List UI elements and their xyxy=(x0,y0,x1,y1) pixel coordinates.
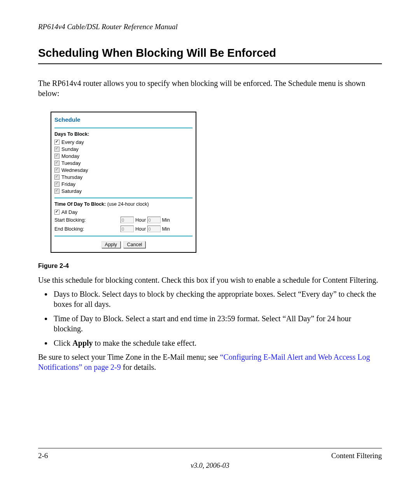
day-row-wednesday[interactable]: ✓ Wednesday xyxy=(54,166,192,173)
chapter-name: Content Filtering xyxy=(331,452,382,460)
checkbox-wednesday[interactable]: ✓ xyxy=(54,168,60,173)
day-row-saturday[interactable]: ✓ Saturday xyxy=(54,187,192,194)
title-rule xyxy=(38,63,382,64)
hour-unit: Hour xyxy=(135,217,146,223)
schedule-panel-title: Schedule xyxy=(54,115,192,127)
page-number: 2-6 xyxy=(38,452,48,460)
day-label: Sunday xyxy=(61,146,79,152)
page-footer: 2-6 Content Filtering v3.0, 2006-03 xyxy=(38,448,382,470)
apply-button[interactable]: Apply xyxy=(102,241,121,248)
checkbox-monday[interactable]: ✓ xyxy=(54,154,60,159)
intro-paragraph: The RP614v4 router allows you to specify… xyxy=(38,78,382,98)
day-label: Tuesday xyxy=(61,160,80,166)
day-label: Saturday xyxy=(61,188,82,194)
checkbox-tuesday[interactable]: ✓ xyxy=(54,161,60,166)
checkbox-thursday[interactable]: ✓ xyxy=(54,175,60,180)
end-blocking-label: End Blocking: xyxy=(54,226,121,232)
day-row-everyday[interactable]: ✓ Every day xyxy=(54,138,192,145)
description-tail: Be sure to select your Time Zone in the … xyxy=(38,352,382,372)
checkbox-sunday[interactable]: ✓ xyxy=(54,147,60,152)
divider xyxy=(54,198,192,198)
doc-version: v3.0, 2006-03 xyxy=(38,462,382,470)
min-unit: Min xyxy=(162,226,170,232)
checkbox-friday[interactable]: ✓ xyxy=(54,182,60,187)
time-of-day-heading: Time Of Day To Block: (use 24-hour clock… xyxy=(54,201,192,208)
bullet-time-of-day: Time of Day to Block. Select a start and… xyxy=(52,313,382,334)
day-label: Friday xyxy=(61,181,75,187)
day-row-sunday[interactable]: ✓ Sunday xyxy=(54,145,192,152)
end-min-input[interactable]: 0 xyxy=(147,226,161,232)
description-lead: Use this schedule for blocking content. … xyxy=(38,275,382,285)
day-row-friday[interactable]: ✓ Friday xyxy=(54,180,192,187)
figure-caption: Figure 2-4 xyxy=(38,262,382,270)
bullet-apply: Click Apply to make the schedule take ef… xyxy=(52,338,382,348)
start-blocking-label: Start Blocking: xyxy=(54,217,121,223)
description-bullets: Days to Block. Select days to block by c… xyxy=(38,289,382,348)
day-row-thursday[interactable]: ✓ Thursday xyxy=(54,173,192,180)
footer-rule xyxy=(38,448,382,448)
days-to-block-heading: Days To Block: xyxy=(54,131,192,138)
day-row-monday[interactable]: ✓ Monday xyxy=(54,152,192,159)
running-header: RP614v4 Cable/DSL Router Reference Manua… xyxy=(38,23,382,31)
day-label: Wednesday xyxy=(61,167,88,173)
end-blocking-row: End Blocking: 0 Hour 0 Min xyxy=(54,224,192,233)
checkbox-saturday[interactable]: ✓ xyxy=(54,189,60,194)
checkbox-everyday[interactable]: ✓ xyxy=(54,140,60,145)
bullet-days-to-block: Days to Block. Select days to block by c… xyxy=(52,289,382,310)
start-blocking-row: Start Blocking: 0 Hour 0 Min xyxy=(54,215,192,224)
day-label: Every day xyxy=(61,139,84,145)
checkbox-all-day[interactable]: ✓ xyxy=(54,210,60,215)
figure-screenshot: Schedule Days To Block: ✓ Every day ✓ Su… xyxy=(51,112,382,253)
day-label: Thursday xyxy=(61,174,82,180)
start-hour-input[interactable]: 0 xyxy=(121,217,134,223)
day-row-tuesday[interactable]: ✓ Tuesday xyxy=(54,159,192,166)
hour-unit: Hour xyxy=(135,226,146,232)
min-unit: Min xyxy=(162,217,170,223)
all-day-label: All Day xyxy=(61,209,77,215)
start-min-input[interactable]: 0 xyxy=(147,217,161,223)
end-hour-input[interactable]: 0 xyxy=(121,226,134,232)
divider xyxy=(54,236,192,236)
section-title: Scheduling When Blocking Will Be Enforce… xyxy=(38,47,382,61)
divider xyxy=(54,128,192,128)
day-label: Monday xyxy=(61,153,79,159)
schedule-panel: Schedule Days To Block: ✓ Every day ✓ Su… xyxy=(51,112,196,253)
all-day-row[interactable]: ✓ All Day xyxy=(54,208,192,215)
cancel-button[interactable]: Cancel xyxy=(123,241,145,248)
